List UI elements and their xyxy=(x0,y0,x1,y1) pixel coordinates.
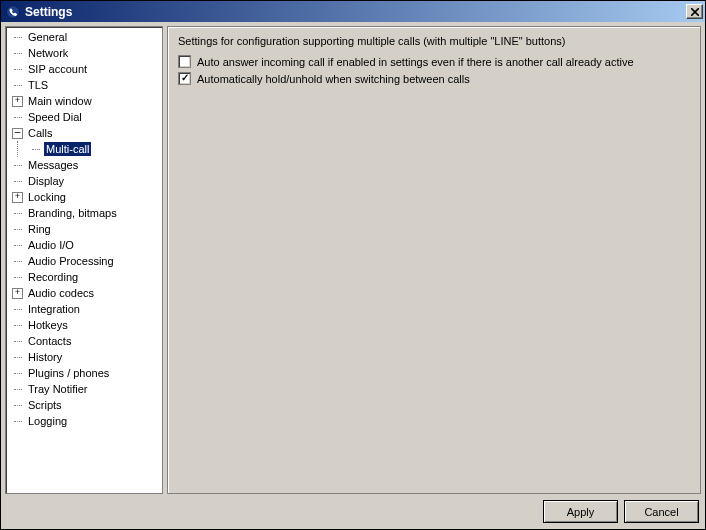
tree-item[interactable]: History xyxy=(8,349,162,365)
tree-item-label[interactable]: Hotkeys xyxy=(26,318,70,332)
tree-item[interactable]: Tray Notifier xyxy=(8,381,162,397)
tree-item-label[interactable]: Branding, bitmaps xyxy=(26,206,119,220)
settings-content: Settings for configuration supporting mu… xyxy=(167,26,701,494)
content-subtitle: Settings for configuration supporting mu… xyxy=(178,35,690,47)
tree-item[interactable]: Logging xyxy=(8,413,162,429)
app-icon xyxy=(5,4,21,20)
settings-window: Settings GeneralNetworkSIP accountTLSMai… xyxy=(0,0,706,530)
tree-branch-icon xyxy=(8,173,26,189)
tree-item[interactable]: Plugins / phones xyxy=(8,365,162,381)
tree-item-label[interactable]: Network xyxy=(26,46,70,60)
tree-item-label[interactable]: Audio codecs xyxy=(26,286,96,300)
tree-branch-icon xyxy=(8,61,26,77)
option-label: Automatically hold/unhold when switching… xyxy=(197,73,470,85)
tree-item-label[interactable]: Audio Processing xyxy=(26,254,116,268)
client-area: GeneralNetworkSIP accountTLSMain windowS… xyxy=(1,22,705,529)
tree-branch-icon xyxy=(8,301,26,317)
option-checkbox[interactable] xyxy=(178,72,191,85)
tree-item-label[interactable]: SIP account xyxy=(26,62,89,76)
tree-item-label[interactable]: Tray Notifier xyxy=(26,382,90,396)
tree-item-label[interactable]: Speed Dial xyxy=(26,110,84,124)
tree-expand-icon[interactable] xyxy=(8,189,26,205)
tree-item-label[interactable]: Plugins / phones xyxy=(26,366,111,380)
option-checkbox[interactable] xyxy=(178,55,191,68)
tree-branch-icon xyxy=(8,221,26,237)
tree-item-label[interactable]: Display xyxy=(26,174,66,188)
cancel-button[interactable]: Cancel xyxy=(624,500,699,523)
tree-item[interactable]: TLS xyxy=(8,77,162,93)
tree-branch-icon xyxy=(8,381,26,397)
tree-indent-line xyxy=(8,141,26,157)
tree-item-label[interactable]: Calls xyxy=(26,126,54,140)
option-row: Auto answer incoming call if enabled in … xyxy=(178,55,690,68)
tree-branch-icon xyxy=(8,157,26,173)
tree-item[interactable]: Branding, bitmaps xyxy=(8,205,162,221)
tree-item-label[interactable]: History xyxy=(26,350,64,364)
tree-item-label[interactable]: Logging xyxy=(26,414,69,428)
tree-branch-icon xyxy=(8,365,26,381)
tree-item-label[interactable]: Audio I/O xyxy=(26,238,76,252)
tree-branch-icon xyxy=(8,77,26,93)
tree-item[interactable]: Display xyxy=(8,173,162,189)
option-row: Automatically hold/unhold when switching… xyxy=(178,72,690,85)
tree-item[interactable]: Integration xyxy=(8,301,162,317)
tree-expand-icon[interactable] xyxy=(8,285,26,301)
tree-branch-icon xyxy=(26,141,44,157)
tree-item[interactable]: Multi-call xyxy=(8,141,162,157)
tree-item[interactable]: Speed Dial xyxy=(8,109,162,125)
tree-branch-icon xyxy=(8,317,26,333)
tree-branch-icon xyxy=(8,397,26,413)
tree-item-label[interactable]: Scripts xyxy=(26,398,64,412)
tree-item-label[interactable]: Integration xyxy=(26,302,82,316)
tree-item-label[interactable]: Multi-call xyxy=(44,142,91,156)
tree-item[interactable]: Audio codecs xyxy=(8,285,162,301)
titlebar: Settings xyxy=(1,1,705,22)
tree-item[interactable]: Audio I/O xyxy=(8,237,162,253)
panes: GeneralNetworkSIP accountTLSMain windowS… xyxy=(5,26,701,494)
tree-branch-icon xyxy=(8,205,26,221)
window-title: Settings xyxy=(25,5,686,19)
tree-item[interactable]: SIP account xyxy=(8,61,162,77)
tree-item-label[interactable]: Messages xyxy=(26,158,80,172)
tree-item-label[interactable]: General xyxy=(26,30,69,44)
tree-item[interactable]: Recording xyxy=(8,269,162,285)
tree-item[interactable]: General xyxy=(8,29,162,45)
tree-item[interactable]: Locking xyxy=(8,189,162,205)
tree-item[interactable]: Main window xyxy=(8,93,162,109)
tree-item-label[interactable]: Contacts xyxy=(26,334,73,348)
tree-item[interactable]: Ring xyxy=(8,221,162,237)
tree-item[interactable]: Contacts xyxy=(8,333,162,349)
tree-item-label[interactable]: Locking xyxy=(26,190,68,204)
apply-button[interactable]: Apply xyxy=(543,500,618,523)
tree-item[interactable]: Network xyxy=(8,45,162,61)
tree-branch-icon xyxy=(8,269,26,285)
tree-branch-icon xyxy=(8,253,26,269)
tree-branch-icon xyxy=(8,413,26,429)
tree-expand-icon[interactable] xyxy=(8,93,26,109)
tree-item-label[interactable]: Main window xyxy=(26,94,94,108)
tree-branch-icon xyxy=(8,109,26,125)
tree-branch-icon xyxy=(8,349,26,365)
option-label: Auto answer incoming call if enabled in … xyxy=(197,56,634,68)
tree-item[interactable]: Audio Processing xyxy=(8,253,162,269)
tree-item-label[interactable]: Recording xyxy=(26,270,80,284)
tree-branch-icon xyxy=(8,237,26,253)
tree-item-label[interactable]: TLS xyxy=(26,78,50,92)
tree-branch-icon xyxy=(8,29,26,45)
svg-point-0 xyxy=(7,5,20,18)
tree-item[interactable]: Hotkeys xyxy=(8,317,162,333)
close-button[interactable] xyxy=(686,4,703,19)
tree-branch-icon xyxy=(8,333,26,349)
tree-item[interactable]: Calls xyxy=(8,125,162,141)
tree-item-label[interactable]: Ring xyxy=(26,222,53,236)
button-bar: Apply Cancel xyxy=(5,498,701,525)
close-icon xyxy=(691,8,699,16)
tree-item[interactable]: Messages xyxy=(8,157,162,173)
tree-branch-icon xyxy=(8,45,26,61)
tree-collapse-icon[interactable] xyxy=(8,125,26,141)
tree-item[interactable]: Scripts xyxy=(8,397,162,413)
settings-tree[interactable]: GeneralNetworkSIP accountTLSMain windowS… xyxy=(5,26,163,494)
